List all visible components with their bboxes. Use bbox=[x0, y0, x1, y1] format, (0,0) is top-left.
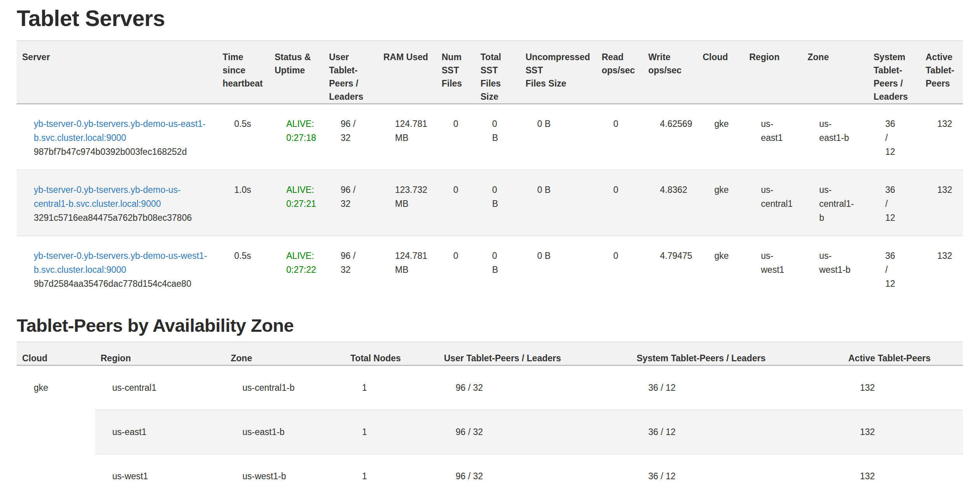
cell-active-tablet-peers: 132 bbox=[920, 236, 963, 302]
cell-read-ops: 0 bbox=[596, 104, 643, 170]
col-header-cloud: Cloud bbox=[697, 41, 744, 104]
col-header-active-tablet-peers: Active Tablet-Peers bbox=[920, 41, 963, 104]
col-header-read-ops: Read ops/sec bbox=[596, 41, 643, 104]
col-header-system-tablet-peers: System Tablet-Peers / Leaders bbox=[631, 342, 843, 366]
cell-write-ops: 4.62569 bbox=[643, 104, 697, 170]
cell-zone: us-central1-b bbox=[225, 366, 345, 410]
cell-user-tablet-peers: 96 / 32 bbox=[439, 454, 631, 494]
tablet-servers-header-row: Server Time since heartbeat Status & Upt… bbox=[17, 41, 963, 104]
cell-region: us-east1 bbox=[744, 104, 802, 170]
tserver-link[interactable]: yb-tserver-0.yb-tservers.yb-demo-us-east… bbox=[34, 119, 205, 143]
page: Tablet Servers Server Time since heartbe… bbox=[0, 5, 980, 494]
cell-uncompressed-sst-files-size: 0 B bbox=[520, 170, 596, 236]
cell-num-sst-files: 0 bbox=[436, 170, 475, 236]
col-header-ram-used: RAM Used bbox=[378, 41, 436, 104]
cell-write-ops: 4.79475 bbox=[643, 236, 697, 302]
col-header-zone: Zone bbox=[802, 41, 868, 104]
cell-time-since-heartbeat: 0.5s bbox=[217, 104, 269, 170]
cell-active-tablet-peers: 132 bbox=[843, 410, 963, 454]
cell-region: us-west1 bbox=[744, 236, 802, 302]
cell-total-sst-files-size: 0 B bbox=[475, 236, 520, 302]
az-row-us-central1: gke us-central1 us-central1-b 1 96 / 32 … bbox=[17, 366, 963, 410]
cell-active-tablet-peers: 132 bbox=[843, 366, 963, 410]
cell-total-nodes: 1 bbox=[345, 454, 439, 494]
cell-system-tablet-peers: 36 / 12 bbox=[868, 236, 920, 302]
col-header-time-since-heartbeat: Time since heartbeat bbox=[217, 41, 269, 104]
cell-cloud: gke bbox=[17, 366, 95, 494]
cell-read-ops: 0 bbox=[596, 170, 643, 236]
tserver-row-us-east1: yb-tserver-0.yb-tservers.yb-demo-us-east… bbox=[17, 104, 963, 170]
cell-cloud: gke bbox=[697, 104, 744, 170]
az-row-us-east1: us-east1 us-east1-b 1 96 / 32 36 / 12 13… bbox=[17, 410, 963, 454]
cell-active-tablet-peers: 132 bbox=[843, 454, 963, 494]
cell-read-ops: 0 bbox=[596, 236, 643, 302]
cell-zone: us-west1-b bbox=[225, 454, 345, 494]
cell-system-tablet-peers: 36 / 12 bbox=[631, 454, 843, 494]
cell-zone: us-central1-b bbox=[802, 170, 868, 236]
cell-time-since-heartbeat: 0.5s bbox=[217, 236, 269, 302]
col-header-cloud: Cloud bbox=[17, 342, 95, 366]
cell-ram-used: 124.781 MB bbox=[378, 104, 436, 170]
cell-write-ops: 4.8362 bbox=[643, 170, 697, 236]
cell-uncompressed-sst-files-size: 0 B bbox=[520, 104, 596, 170]
az-header-row: Cloud Region Zone Total Nodes User Table… bbox=[17, 342, 963, 366]
cell-ram-used: 123.732 MB bbox=[378, 170, 436, 236]
cell-status-uptime: ALIVE: 0:27:21 bbox=[269, 170, 324, 236]
cell-num-sst-files: 0 bbox=[436, 236, 475, 302]
col-header-system-tablet-peers: System Tablet-Peers / Leaders bbox=[868, 41, 920, 104]
cell-user-tablet-peers: 96 / 32 bbox=[439, 366, 631, 410]
cell-total-nodes: 1 bbox=[345, 366, 439, 410]
tserver-uuid: 3291c5716ea84475a762b7b08ec37806 bbox=[34, 211, 212, 225]
cell-system-tablet-peers: 36 / 12 bbox=[868, 170, 920, 236]
status-badge: ALIVE: 0:27:21 bbox=[286, 183, 333, 211]
cell-active-tablet-peers: 132 bbox=[920, 104, 963, 170]
cell-num-sst-files: 0 bbox=[436, 104, 475, 170]
cell-server: yb-tserver-0.yb-tservers.yb-demo-us-east… bbox=[17, 104, 217, 170]
az-table: Cloud Region Zone Total Nodes User Table… bbox=[17, 341, 963, 494]
col-header-total-sst-files-size: Total SST Files Size bbox=[475, 41, 520, 104]
cell-active-tablet-peers: 132 bbox=[920, 170, 963, 236]
col-header-write-ops: Write ops/sec bbox=[643, 41, 697, 104]
cell-user-tablet-peers: 96 / 32 bbox=[439, 410, 631, 454]
tserver-uuid: 9b7d2584aa35476dac778d154c4cae80 bbox=[34, 277, 212, 291]
cell-region: us-central1 bbox=[744, 170, 802, 236]
cell-system-tablet-peers: 36 / 12 bbox=[631, 410, 843, 454]
tserver-uuid: 987bf7b47c974b0392b003fec168252d bbox=[34, 145, 212, 159]
col-header-user-tablet-peers: User Tablet-Peers / Leaders bbox=[324, 41, 378, 104]
az-row-us-west1: us-west1 us-west1-b 1 96 / 32 36 / 12 13… bbox=[17, 454, 963, 494]
cell-zone: us-west1-b bbox=[802, 236, 868, 302]
cell-time-since-heartbeat: 1.0s bbox=[217, 170, 269, 236]
cell-region: us-central1 bbox=[95, 366, 225, 410]
tserver-row-us-central1: yb-tserver-0.yb-tservers.yb-demo-us-cent… bbox=[17, 170, 963, 236]
status-badge: ALIVE: 0:27:22 bbox=[286, 249, 333, 277]
cell-cloud: gke bbox=[697, 170, 744, 236]
cell-status-uptime: ALIVE: 0:27:18 bbox=[269, 104, 324, 170]
cell-region: us-east1 bbox=[95, 410, 225, 454]
tserver-link[interactable]: yb-tserver-0.yb-tservers.yb-demo-us-cent… bbox=[34, 185, 181, 209]
cell-zone: us-east1-b bbox=[802, 104, 868, 170]
col-header-status-uptime: Status & Uptime bbox=[269, 41, 324, 104]
col-header-region: Region bbox=[95, 342, 225, 366]
cell-system-tablet-peers: 36 / 12 bbox=[631, 366, 843, 410]
col-header-user-tablet-peers: User Tablet-Peers / Leaders bbox=[439, 342, 631, 366]
cell-status-uptime: ALIVE: 0:27:22 bbox=[269, 236, 324, 302]
cell-total-sst-files-size: 0 B bbox=[475, 104, 520, 170]
cell-ram-used: 124.781 MB bbox=[378, 236, 436, 302]
col-header-total-nodes: Total Nodes bbox=[345, 342, 439, 366]
cell-cloud: gke bbox=[697, 236, 744, 302]
cell-total-sst-files-size: 0 B bbox=[475, 170, 520, 236]
cell-region: us-west1 bbox=[95, 454, 225, 494]
col-header-uncompressed-sst-files-size: Uncompressed SST Files Size bbox=[520, 41, 596, 104]
tablet-servers-table: Server Time since heartbeat Status & Upt… bbox=[17, 40, 963, 302]
col-header-active-tablet-peers: Active Tablet-Peers bbox=[843, 342, 963, 366]
tserver-row-us-west1: yb-tserver-0.yb-tservers.yb-demo-us-west… bbox=[17, 236, 963, 302]
cell-server: yb-tserver-0.yb-tservers.yb-demo-us-cent… bbox=[17, 170, 217, 236]
cell-zone: us-east1-b bbox=[225, 410, 345, 454]
cell-total-nodes: 1 bbox=[345, 410, 439, 454]
cell-uncompressed-sst-files-size: 0 B bbox=[520, 236, 596, 302]
tserver-link[interactable]: yb-tserver-0.yb-tservers.yb-demo-us-west… bbox=[34, 251, 207, 275]
cell-system-tablet-peers: 36 / 12 bbox=[868, 104, 920, 170]
col-header-server: Server bbox=[17, 41, 217, 104]
cell-server: yb-tserver-0.yb-tservers.yb-demo-us-west… bbox=[17, 236, 217, 302]
col-header-num-sst-files: Num SST Files bbox=[436, 41, 475, 104]
